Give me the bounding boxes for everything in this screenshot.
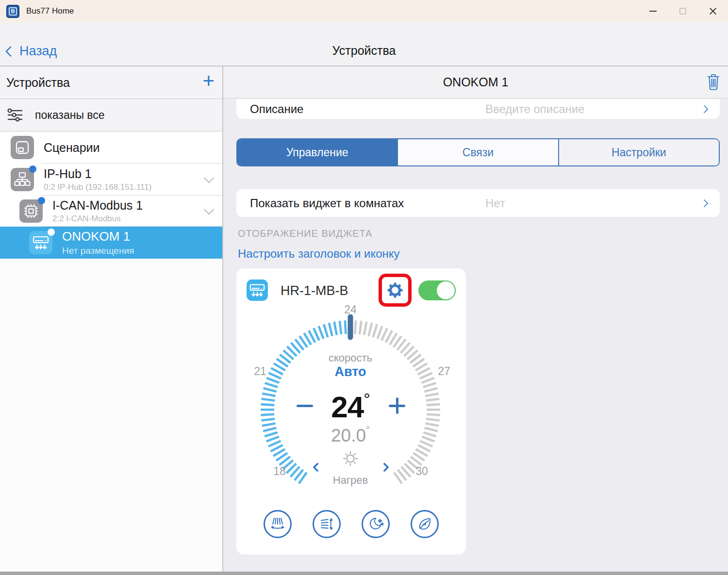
trash-icon [706, 73, 721, 91]
show-widget-rooms-row[interactable]: Показать виджет в комнатах Нет [236, 189, 720, 217]
scenarios-icon [11, 136, 34, 159]
night-mode-icon [366, 514, 385, 534]
widget-title: HR-1-MB-B [281, 283, 348, 298]
description-row[interactable]: Описание Введите описание [236, 99, 720, 119]
decrease-temp-button[interactable] [294, 395, 315, 416]
item-subtitle: 2:2 I-CAN-Modbus [52, 214, 143, 224]
item-label: Сценарии [44, 141, 100, 155]
description-label: Описание [250, 102, 303, 116]
window-titlebar: B Bus77 Home [0, 0, 728, 22]
close-icon [709, 7, 717, 16]
maximize-icon [679, 8, 686, 15]
sidebar-header: Устройства + [0, 66, 222, 99]
description-placeholder: Введите описание [485, 102, 585, 116]
night-mode-button[interactable] [362, 510, 390, 538]
item-subtitle: Нет размещения [62, 246, 134, 256]
mode-label: Нагрев [333, 474, 368, 487]
chevron-down-icon[interactable] [204, 204, 214, 214]
status-badge [48, 229, 55, 236]
swing-vertical-button[interactable] [313, 510, 341, 538]
chevron-down-icon[interactable] [204, 173, 214, 183]
page-title: Устройства [0, 44, 728, 58]
item-label: I-CAN-Modbus 1 [52, 198, 143, 213]
tab-links[interactable]: Связи [397, 139, 559, 165]
dial-label-30: 30 [415, 465, 428, 478]
device-widget-card: HR-1-MB-B 24 21 27 18 30 скорость Авто 2… [236, 268, 466, 555]
status-badge [38, 197, 45, 204]
sidebar-item-ip-hub[interactable]: IP-Hub 1 0:2 IP-Hub (192.168.151.111) [0, 164, 222, 196]
add-device-button[interactable]: + [202, 69, 215, 93]
app-logo-letter: B [9, 7, 17, 16]
filter-sliders-icon [6, 106, 24, 124]
sidebar-item-i-can-modbus[interactable]: I-CAN-Modbus 1 2:2 I-CAN-Modbus [0, 196, 222, 227]
widget-settings-button-highlighted[interactable] [379, 274, 412, 307]
horizontal-scrollbar[interactable] [0, 572, 728, 575]
swing-horizontal-icon [268, 514, 287, 534]
next-mode-button[interactable] [380, 462, 389, 472]
devices-sidebar: Устройства + показаны все Сценарии [0, 66, 223, 575]
rooms-row-label: Показать виджет в комнатах [250, 197, 404, 210]
close-button[interactable] [698, 0, 728, 22]
dial-label-24: 24 [344, 303, 357, 316]
hub-icon [11, 168, 34, 191]
degree-symbol: ° [364, 390, 370, 408]
detail-tabs: Управление Связи Настройки [236, 138, 720, 166]
eco-mode-button[interactable] [411, 510, 439, 538]
app-logo-icon: B [6, 5, 19, 18]
dial-label-27: 27 [438, 365, 450, 378]
window-title: Bus77 Home [26, 6, 74, 16]
widget-power-toggle[interactable] [418, 280, 456, 300]
widget-function-buttons [236, 510, 466, 538]
degree-symbol: ° [366, 425, 370, 435]
ambient-temperature: 20.0° [331, 425, 370, 446]
fan-speed-label: скорость [329, 352, 372, 364]
sidebar-item-onokom[interactable]: ONOKOM 1 Нет размещения [0, 227, 222, 259]
widget-display-section-title: ОТОБРАЖЕНИЕ ВИДЖЕТА [238, 228, 372, 239]
dial-label-18: 18 [273, 465, 286, 478]
sidebar-item-scenarios[interactable]: Сценарии [0, 131, 222, 164]
item-subtitle: 0:2 IP-Hub (192.168.151.111) [44, 182, 151, 192]
minus-icon [297, 405, 313, 407]
status-badge [29, 165, 36, 173]
fan-speed-value[interactable]: Авто [334, 364, 366, 379]
chevron-right-icon [700, 105, 709, 113]
item-label: ONOKOM 1 [62, 229, 134, 244]
filter-row[interactable]: показаны все [0, 99, 222, 131]
filter-label: показаны все [35, 109, 105, 122]
gear-icon [385, 280, 405, 300]
chip-icon [19, 199, 43, 223]
widget-ac-icon [247, 279, 268, 301]
maximize-button[interactable] [668, 0, 698, 22]
tab-control[interactable]: Управление [237, 139, 397, 165]
ac-unit-icon [29, 231, 52, 254]
device-detail-panel: ONOKOM 1 Описание Введите описание Управ… [223, 66, 728, 575]
window-controls [638, 0, 728, 22]
previous-mode-button[interactable] [313, 462, 322, 472]
configure-title-icon-link[interactable]: Настроить заголовок и иконку [238, 247, 400, 261]
swing-horizontal-button[interactable] [264, 510, 292, 538]
nav-bar: Назад Устройства [0, 22, 728, 66]
setpoint-temperature: 24° [331, 390, 370, 424]
heat-mode-sun-icon [340, 448, 361, 471]
increase-temp-button[interactable] [386, 395, 408, 416]
dial-label-21: 21 [254, 365, 266, 378]
plus-icon-v [396, 397, 398, 414]
sidebar-title: Устройства [6, 76, 70, 90]
detail-header: ONOKOM 1 [223, 66, 728, 99]
minimize-icon [649, 11, 657, 12]
item-label: IP-Hub 1 [44, 167, 151, 181]
device-title: ONOKOM 1 [223, 75, 728, 89]
eco-leaf-icon [415, 514, 434, 534]
tab-settings[interactable]: Настройки [559, 139, 719, 165]
swing-vertical-icon [317, 514, 336, 534]
toggle-knob [436, 280, 456, 300]
rooms-row-value: Нет [485, 197, 505, 210]
chevron-right-icon [700, 199, 709, 207]
delete-device-button[interactable] [706, 73, 721, 93]
minimize-button[interactable] [638, 0, 668, 22]
